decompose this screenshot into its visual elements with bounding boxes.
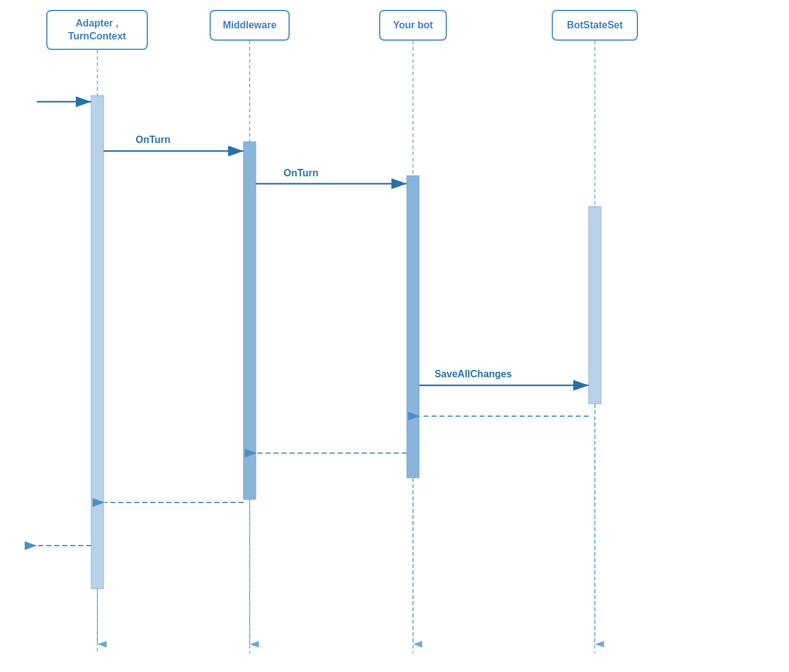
yourbot-actor-label: Your bot (393, 20, 433, 31)
adapter-activation (91, 96, 104, 589)
middleware-actor-box: Middleware (210, 10, 290, 41)
yourbot-activation (407, 176, 419, 478)
saveallchanges-label: SaveAllChanges (435, 369, 512, 379)
middleware-actor-label: Middleware (223, 20, 276, 31)
adapter-actor-label: Adapter , TurnContext (68, 17, 126, 43)
botstateset-actor-label: BotStateSet (567, 20, 623, 31)
diagram-svg: OnTurn OnTurn SaveAllChanges (0, 0, 789, 672)
onturn2-label: OnTurn (284, 168, 319, 178)
botstateset-actor-box: BotStateSet (552, 10, 638, 41)
adapter-actor-box: Adapter , TurnContext (46, 10, 148, 50)
sequence-diagram: OnTurn OnTurn SaveAllChanges Adapter , T… (0, 0, 789, 672)
botstateset-activation (589, 207, 601, 404)
yourbot-actor-box: Your bot (379, 10, 447, 41)
onturn1-label: OnTurn (136, 134, 171, 145)
middleware-activation (243, 142, 256, 499)
